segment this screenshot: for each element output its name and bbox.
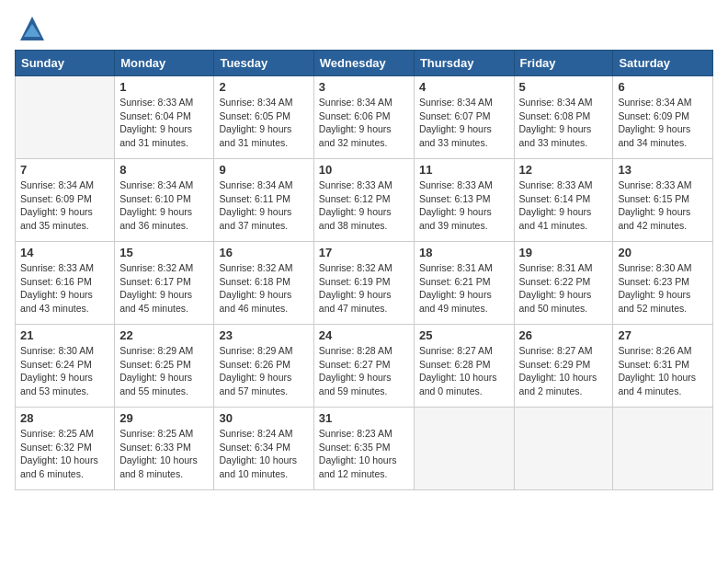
day-info: Sunrise: 8:33 AM Sunset: 6:13 PM Dayligh… xyxy=(419,178,509,233)
day-info: Sunrise: 8:34 AM Sunset: 6:05 PM Dayligh… xyxy=(219,96,308,150)
calendar-cell: 22Sunrise: 8:29 AM Sunset: 6:25 PM Dayli… xyxy=(115,325,214,408)
calendar-cell: 13Sunrise: 8:33 AM Sunset: 6:15 PM Dayli… xyxy=(613,159,713,242)
calendar-cell xyxy=(514,408,613,490)
day-number: 23 xyxy=(219,328,308,342)
day-number: 12 xyxy=(519,163,609,177)
day-number: 27 xyxy=(618,328,708,342)
logo xyxy=(15,15,46,42)
week-row-2: 7Sunrise: 8:34 AM Sunset: 6:09 PM Daylig… xyxy=(16,159,713,242)
calendar-cell: 26Sunrise: 8:27 AM Sunset: 6:29 PM Dayli… xyxy=(514,325,613,408)
day-info: Sunrise: 8:32 AM Sunset: 6:19 PM Dayligh… xyxy=(319,261,409,316)
day-number: 16 xyxy=(219,246,308,259)
day-number: 11 xyxy=(419,163,509,177)
day-info: Sunrise: 8:30 AM Sunset: 6:24 PM Dayligh… xyxy=(20,344,109,398)
day-info: Sunrise: 8:29 AM Sunset: 6:25 PM Dayligh… xyxy=(119,344,209,398)
day-info: Sunrise: 8:33 AM Sunset: 6:14 PM Dayligh… xyxy=(519,178,609,233)
week-row-1: 1Sunrise: 8:33 AM Sunset: 6:04 PM Daylig… xyxy=(16,76,713,159)
calendar-cell: 12Sunrise: 8:33 AM Sunset: 6:14 PM Dayli… xyxy=(514,159,613,242)
calendar-cell: 8Sunrise: 8:34 AM Sunset: 6:10 PM Daylig… xyxy=(115,159,214,242)
calendar-cell: 28Sunrise: 8:25 AM Sunset: 6:32 PM Dayli… xyxy=(16,408,115,490)
day-number: 18 xyxy=(419,246,509,259)
calendar-cell: 24Sunrise: 8:28 AM Sunset: 6:27 PM Dayli… xyxy=(313,325,414,408)
day-info: Sunrise: 8:34 AM Sunset: 6:07 PM Dayligh… xyxy=(419,96,509,150)
calendar-cell: 5Sunrise: 8:34 AM Sunset: 6:08 PM Daylig… xyxy=(514,76,613,159)
day-info: Sunrise: 8:34 AM Sunset: 6:09 PM Dayligh… xyxy=(20,178,109,233)
day-info: Sunrise: 8:33 AM Sunset: 6:15 PM Dayligh… xyxy=(618,178,708,233)
day-number: 14 xyxy=(20,246,109,259)
header-tuesday: Tuesday xyxy=(214,51,313,76)
day-info: Sunrise: 8:29 AM Sunset: 6:26 PM Dayligh… xyxy=(219,344,308,398)
day-info: Sunrise: 8:34 AM Sunset: 6:06 PM Dayligh… xyxy=(319,96,409,150)
day-info: Sunrise: 8:34 AM Sunset: 6:08 PM Dayligh… xyxy=(519,96,609,150)
header-saturday: Saturday xyxy=(613,51,713,76)
day-number: 30 xyxy=(219,411,308,425)
week-row-5: 28Sunrise: 8:25 AM Sunset: 6:32 PM Dayli… xyxy=(16,408,713,490)
calendar-cell: 6Sunrise: 8:34 AM Sunset: 6:09 PM Daylig… xyxy=(613,76,713,159)
day-info: Sunrise: 8:24 AM Sunset: 6:34 PM Dayligh… xyxy=(219,427,308,481)
calendar-cell: 1Sunrise: 8:33 AM Sunset: 6:04 PM Daylig… xyxy=(115,76,214,159)
header-friday: Friday xyxy=(514,51,613,76)
calendar-table: SundayMondayTuesdayWednesdayThursdayFrid… xyxy=(15,50,713,490)
day-number: 15 xyxy=(119,246,209,259)
day-number: 2 xyxy=(219,80,308,94)
day-info: Sunrise: 8:28 AM Sunset: 6:27 PM Dayligh… xyxy=(319,344,409,398)
header-monday: Monday xyxy=(115,51,214,76)
calendar-cell: 3Sunrise: 8:34 AM Sunset: 6:06 PM Daylig… xyxy=(313,76,414,159)
day-info: Sunrise: 8:26 AM Sunset: 6:31 PM Dayligh… xyxy=(618,344,708,398)
calendar-cell: 10Sunrise: 8:33 AM Sunset: 6:12 PM Dayli… xyxy=(313,159,414,242)
calendar-cell: 9Sunrise: 8:34 AM Sunset: 6:11 PM Daylig… xyxy=(214,159,313,242)
calendar-cell: 15Sunrise: 8:32 AM Sunset: 6:17 PM Dayli… xyxy=(115,242,214,325)
day-number: 1 xyxy=(119,80,209,94)
day-number: 25 xyxy=(419,328,509,342)
calendar-cell: 2Sunrise: 8:34 AM Sunset: 6:05 PM Daylig… xyxy=(214,76,313,159)
calendar-cell: 19Sunrise: 8:31 AM Sunset: 6:22 PM Dayli… xyxy=(514,242,613,325)
calendar-cell: 30Sunrise: 8:24 AM Sunset: 6:34 PM Dayli… xyxy=(214,408,313,490)
day-info: Sunrise: 8:31 AM Sunset: 6:21 PM Dayligh… xyxy=(419,261,509,316)
day-info: Sunrise: 8:31 AM Sunset: 6:22 PM Dayligh… xyxy=(519,261,609,316)
day-info: Sunrise: 8:25 AM Sunset: 6:32 PM Dayligh… xyxy=(20,427,109,481)
day-number: 17 xyxy=(319,246,409,259)
day-number: 22 xyxy=(119,328,209,342)
day-info: Sunrise: 8:34 AM Sunset: 6:11 PM Dayligh… xyxy=(219,178,308,233)
calendar-cell: 31Sunrise: 8:23 AM Sunset: 6:35 PM Dayli… xyxy=(313,408,414,490)
day-info: Sunrise: 8:34 AM Sunset: 6:10 PM Dayligh… xyxy=(119,178,209,233)
day-number: 7 xyxy=(20,163,109,177)
calendar-cell: 16Sunrise: 8:32 AM Sunset: 6:18 PM Dayli… xyxy=(214,242,313,325)
calendar-cell xyxy=(16,76,115,159)
day-number: 19 xyxy=(519,246,609,259)
day-info: Sunrise: 8:33 AM Sunset: 6:04 PM Dayligh… xyxy=(119,96,209,150)
calendar-header-row: SundayMondayTuesdayWednesdayThursdayFrid… xyxy=(16,51,713,76)
day-info: Sunrise: 8:32 AM Sunset: 6:18 PM Dayligh… xyxy=(219,261,308,316)
day-number: 21 xyxy=(20,328,109,342)
calendar-cell xyxy=(414,408,514,490)
day-info: Sunrise: 8:25 AM Sunset: 6:33 PM Dayligh… xyxy=(119,427,209,481)
day-number: 26 xyxy=(519,328,609,342)
day-number: 3 xyxy=(319,80,409,94)
header-thursday: Thursday xyxy=(414,51,514,76)
day-number: 10 xyxy=(319,163,409,177)
day-number: 24 xyxy=(319,328,409,342)
day-info: Sunrise: 8:33 AM Sunset: 6:16 PM Dayligh… xyxy=(20,261,109,316)
day-number: 9 xyxy=(219,163,308,177)
day-info: Sunrise: 8:27 AM Sunset: 6:29 PM Dayligh… xyxy=(519,344,609,398)
calendar-cell: 17Sunrise: 8:32 AM Sunset: 6:19 PM Dayli… xyxy=(313,242,414,325)
day-info: Sunrise: 8:32 AM Sunset: 6:17 PM Dayligh… xyxy=(119,261,209,316)
calendar-cell: 14Sunrise: 8:33 AM Sunset: 6:16 PM Dayli… xyxy=(16,242,115,325)
logo-icon xyxy=(18,15,46,42)
day-info: Sunrise: 8:34 AM Sunset: 6:09 PM Dayligh… xyxy=(618,96,708,150)
day-info: Sunrise: 8:23 AM Sunset: 6:35 PM Dayligh… xyxy=(319,427,409,481)
week-row-4: 21Sunrise: 8:30 AM Sunset: 6:24 PM Dayli… xyxy=(16,325,713,408)
day-number: 5 xyxy=(519,80,609,94)
calendar-cell: 27Sunrise: 8:26 AM Sunset: 6:31 PM Dayli… xyxy=(613,325,713,408)
day-number: 8 xyxy=(119,163,209,177)
calendar-cell: 25Sunrise: 8:27 AM Sunset: 6:28 PM Dayli… xyxy=(414,325,514,408)
day-number: 13 xyxy=(618,163,708,177)
day-number: 4 xyxy=(419,80,509,94)
calendar-cell: 11Sunrise: 8:33 AM Sunset: 6:13 PM Dayli… xyxy=(414,159,514,242)
calendar-cell: 20Sunrise: 8:30 AM Sunset: 6:23 PM Dayli… xyxy=(613,242,713,325)
day-number: 31 xyxy=(319,411,409,425)
calendar-cell: 7Sunrise: 8:34 AM Sunset: 6:09 PM Daylig… xyxy=(16,159,115,242)
calendar-cell: 4Sunrise: 8:34 AM Sunset: 6:07 PM Daylig… xyxy=(414,76,514,159)
calendar-cell xyxy=(613,408,713,490)
week-row-3: 14Sunrise: 8:33 AM Sunset: 6:16 PM Dayli… xyxy=(16,242,713,325)
